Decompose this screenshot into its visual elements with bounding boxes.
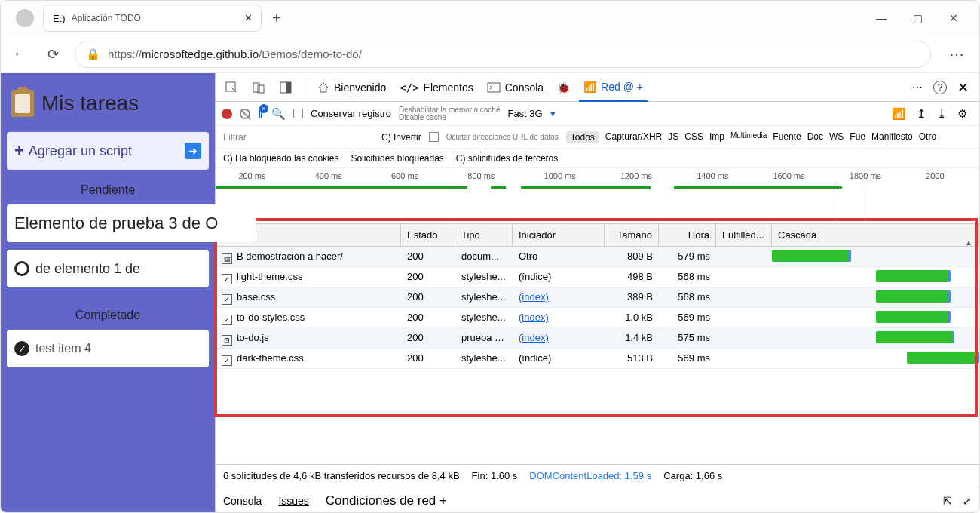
- col-waterfall[interactable]: Cascada ▲: [772, 224, 979, 247]
- tab-sources-bug[interactable]: 🐞: [553, 81, 574, 94]
- waterfall-bar: [772, 250, 851, 262]
- tab-elements[interactable]: </> Elementos: [395, 81, 477, 94]
- close-tab-icon[interactable]: ×: [245, 11, 252, 25]
- todo-item-big[interactable]: Elemento de prueba 3 de O: [7, 204, 256, 242]
- filter-type-todos[interactable]: Todos: [566, 131, 599, 143]
- add-task-input[interactable]: + Agregar un script ➜: [7, 132, 209, 170]
- footer-summary: 6 solicitudes de 4,6 kB transferidos rec…: [223, 470, 460, 481]
- network-row[interactable]: ⊡to-do.js200prueba de tareas(index)1.4 k…: [216, 328, 979, 349]
- tick: 800 ms: [467, 171, 495, 180]
- network-row[interactable]: ✓light-theme.css200styleshe...(índice)49…: [216, 267, 979, 287]
- close-devtools-icon[interactable]: ✕: [957, 79, 969, 96]
- load-marker: [865, 182, 865, 223]
- third-party-label[interactable]: C) solicitudes de terceros: [456, 153, 558, 164]
- filter-type-js[interactable]: JS: [668, 131, 678, 143]
- initiator-link[interactable]: (index): [519, 312, 549, 323]
- col-type[interactable]: Tipo: [455, 224, 513, 247]
- waterfall-bar: [907, 352, 979, 364]
- waterfall-bar: [876, 270, 951, 282]
- dock-icon[interactable]: [274, 76, 297, 99]
- filter-type-capturar/xhr[interactable]: Capturar/XHR: [605, 131, 662, 143]
- hide-data-label: Ocultar direcciones URL de datos: [446, 133, 559, 141]
- drawer-expand-icon[interactable]: ⇱: [943, 495, 952, 507]
- inspect-icon[interactable]: [220, 76, 243, 99]
- minimize-button[interactable]: —: [871, 12, 892, 24]
- filter-input[interactable]: Filtrar: [223, 132, 374, 143]
- browser-menu-button[interactable]: ⋯: [942, 45, 972, 63]
- tab-prefix: E:): [53, 13, 66, 24]
- filter-type-doc[interactable]: Doc: [807, 131, 823, 143]
- filter-type-otro[interactable]: Otro: [919, 131, 936, 143]
- col-size[interactable]: Tamaño: [605, 224, 659, 247]
- upload-icon[interactable]: ↥: [917, 107, 926, 121]
- network-row[interactable]: ✓base.css200styleshe...(index)389 B568 m…: [216, 287, 979, 308]
- tab-welcome[interactable]: Bienvenido: [313, 81, 390, 94]
- browser-tab[interactable]: E:) Aplicación TODO ×: [43, 5, 262, 32]
- maximize-button[interactable]: ▢: [907, 12, 928, 24]
- filter-type-ws[interactable]: WS: [829, 131, 844, 143]
- file-type-icon: ✓: [222, 274, 232, 284]
- file-type-icon: ✓: [222, 315, 232, 325]
- url-input[interactable]: 🔒 https:// microsoftedge.github.io /Demo…: [75, 41, 931, 68]
- blocked-requests-label[interactable]: Solicitudes bloqueadas: [351, 153, 443, 164]
- hide-data-checkbox[interactable]: [429, 132, 439, 142]
- throttle-select[interactable]: Fast 3G: [507, 108, 542, 119]
- more-tabs-icon[interactable]: ⋯: [912, 81, 923, 94]
- col-initiator[interactable]: Iniciador: [513, 224, 605, 247]
- network-timeline[interactable]: 200 ms400 ms600 ms800 ms1000 ms1200 ms14…: [216, 168, 979, 224]
- initiator-link[interactable]: (index): [519, 332, 549, 343]
- chevron-down-icon[interactable]: ▾: [550, 108, 556, 119]
- todo-item[interactable]: de elemento 1 de: [7, 250, 209, 287]
- todo-app-panel: Mis tareas + Agregar un script ➜ Pendien…: [1, 73, 215, 513]
- settings-gear-icon[interactable]: ⚙: [957, 107, 967, 121]
- todo-item-done[interactable]: ✓ test item 4: [7, 330, 209, 367]
- preserve-log-checkbox[interactable]: [293, 109, 303, 118]
- drawer-collapse-icon[interactable]: ⤢: [963, 495, 972, 507]
- filter-type-multimedia[interactable]: Multimedia: [730, 131, 767, 143]
- waterfall-bar: [876, 290, 951, 303]
- col-time[interactable]: Hora: [659, 224, 716, 247]
- profile-avatar[interactable]: [16, 9, 34, 27]
- todo-text: Elemento de prueba 3 de O: [14, 213, 218, 233]
- checkbox-checked-icon[interactable]: ✓: [14, 341, 29, 356]
- network-row[interactable]: ▤B demostración a hacer/200docum...Otro8…: [216, 247, 979, 267]
- filter-type-imp[interactable]: Imp: [709, 131, 724, 143]
- drawer-issues-tab[interactable]: Issues: [278, 495, 308, 507]
- refresh-button[interactable]: ⟳: [41, 43, 64, 66]
- tab-network[interactable]: 📶 Red @ +: [579, 73, 648, 102]
- drawer-console-tab[interactable]: Consola: [223, 495, 262, 507]
- close-window-button[interactable]: ✕: [943, 12, 964, 24]
- filter-type-css[interactable]: CSS: [684, 131, 703, 143]
- network-row[interactable]: ✓to-do-styles.css200styleshe...(index)1.…: [216, 308, 979, 328]
- invert-checkbox-label[interactable]: C) Invertir: [381, 132, 421, 143]
- filter-type-fue[interactable]: Fue: [850, 131, 865, 143]
- filter-type-manifiesto[interactable]: Manifiesto: [871, 131, 913, 143]
- record-button[interactable]: [222, 109, 232, 119]
- sort-arrow-icon: ▲: [965, 232, 972, 247]
- filter-type-fuente[interactable]: Fuente: [773, 131, 801, 143]
- browser-titlebar: E:) Aplicación TODO × + — ▢ ✕: [1, 1, 979, 35]
- new-tab-button[interactable]: +: [272, 10, 281, 27]
- back-button[interactable]: ←: [8, 43, 31, 66]
- col-status[interactable]: Estado: [401, 224, 455, 247]
- drawer-netcond-tab[interactable]: Condiciones de red +: [326, 493, 447, 508]
- blocked-cookies-label[interactable]: C) Ha bloqueado las cookies: [223, 153, 338, 164]
- wifi-cond-icon[interactable]: 📶: [892, 107, 906, 121]
- initiator-link[interactable]: (index): [519, 291, 549, 303]
- clipboard-icon: [11, 90, 34, 117]
- submit-arrow-icon[interactable]: ➜: [185, 143, 201, 159]
- help-icon[interactable]: ?: [933, 81, 947, 94]
- col-fulfilled[interactable]: Fulfilled...: [716, 224, 772, 247]
- clear-button[interactable]: [240, 109, 250, 119]
- device-toggle-icon[interactable]: [247, 76, 270, 99]
- filter-toggle-icon[interactable]: ⫿×: [258, 107, 264, 121]
- download-icon[interactable]: ⤓: [937, 107, 947, 121]
- todo-text: test item 4: [35, 342, 91, 355]
- search-icon[interactable]: 🔍: [271, 107, 286, 121]
- checkbox-empty-icon[interactable]: [14, 261, 29, 276]
- tab-console[interactable]: Consola: [482, 81, 548, 94]
- address-bar: ← ⟳ 🔒 https:// microsoftedge.github.io /…: [1, 35, 979, 73]
- disable-cache-label: Deshabilitar la memoria caché: [399, 106, 501, 114]
- network-row[interactable]: ✓dark-theme.css200styleshe...(índice)513…: [216, 349, 979, 369]
- network-block-bar: C) Ha bloqueado las cookies Solicitudes …: [216, 149, 979, 168]
